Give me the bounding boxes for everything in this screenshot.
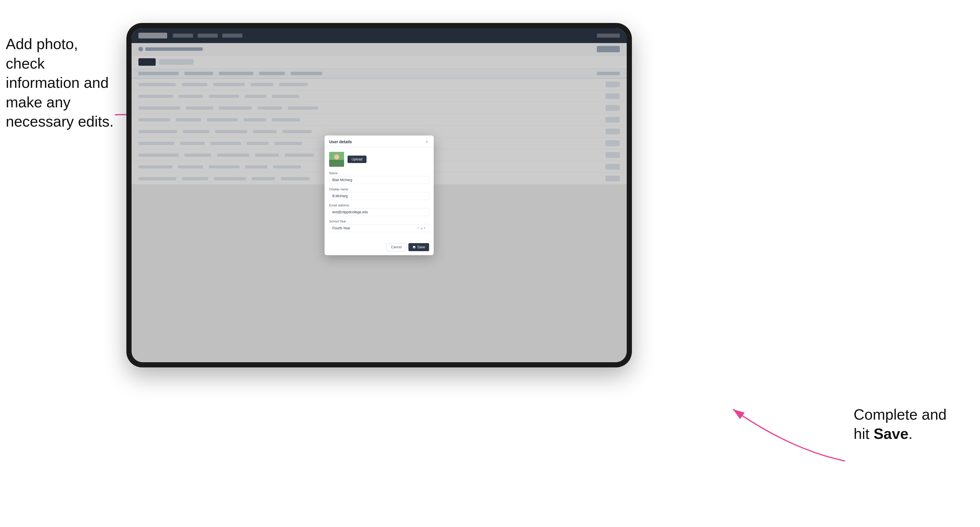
annotation-right: Complete and hit Save.: [854, 405, 963, 444]
email-input[interactable]: [329, 208, 429, 216]
annotation-right-line1: Complete and: [854, 406, 947, 423]
arrow-right-indicator: [676, 392, 854, 467]
school-year-field-group: School Year Fourth Year ✕ ▲▼: [329, 220, 429, 232]
modal-close-button[interactable]: ×: [425, 140, 429, 144]
svg-point-4: [334, 154, 339, 160]
tablet-screen: User details ×: [132, 28, 627, 362]
annotation-right-end: .: [908, 425, 913, 442]
modal-header: User details ×: [325, 135, 434, 147]
annotation-right-bold: Save: [873, 425, 908, 442]
modal-footer: Cancel Save: [325, 240, 434, 255]
email-field-group: Email address: [329, 203, 429, 216]
user-details-modal: User details ×: [325, 135, 434, 255]
modal-overlay: User details ×: [132, 28, 627, 362]
display-name-field-group: Display name: [329, 187, 429, 200]
name-field-group: Name: [329, 171, 429, 184]
save-button[interactable]: Save: [409, 243, 429, 251]
upload-photo-button[interactable]: Upload: [348, 156, 366, 163]
school-year-value: Fourth Year: [332, 226, 350, 230]
modal-body: Upload Name Display name Email addre: [325, 147, 434, 240]
annotation-left-text: Add photo, check information and make an…: [6, 36, 114, 130]
cancel-button[interactable]: Cancel: [387, 243, 406, 251]
display-name-label: Display name: [329, 187, 429, 191]
modal-title: User details: [329, 140, 352, 144]
person-photo-svg: [329, 152, 344, 167]
school-year-select[interactable]: Fourth Year ✕ ▲▼: [329, 224, 429, 232]
tablet-device: User details ×: [126, 23, 632, 367]
annotation-right-line2: hit: [854, 425, 873, 442]
save-button-label: Save: [417, 245, 425, 249]
select-clear-icon[interactable]: ✕: [417, 227, 419, 230]
name-input[interactable]: [329, 176, 429, 184]
user-photo-thumbnail: [329, 152, 344, 167]
name-label: Name: [329, 171, 429, 175]
annotation-left: Add photo, check information and make an…: [6, 35, 115, 132]
display-name-input[interactable]: [329, 192, 429, 200]
svg-rect-6: [332, 163, 341, 167]
select-chevron-icon: ▲▼: [420, 227, 426, 230]
email-label: Email address: [329, 203, 429, 207]
save-icon: [412, 245, 416, 249]
school-year-label: School Year: [329, 220, 429, 223]
photo-upload-row: Upload: [329, 152, 429, 167]
